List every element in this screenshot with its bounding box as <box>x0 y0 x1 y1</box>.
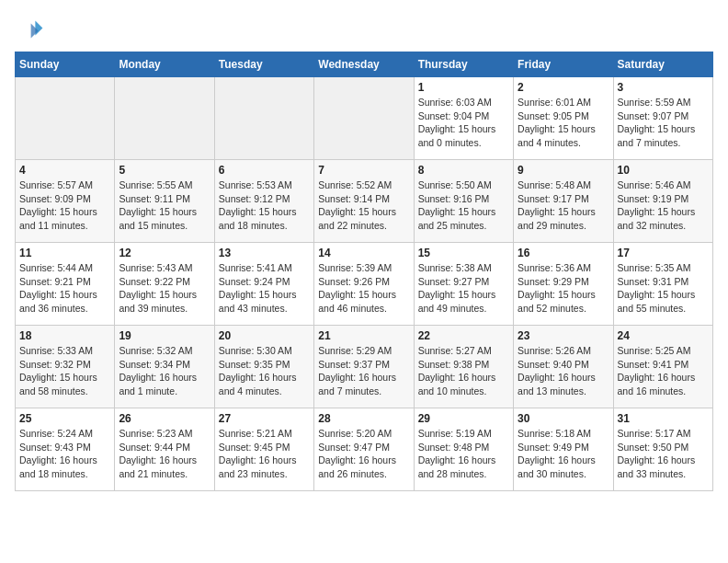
day-info: Sunrise: 5:21 AM Sunset: 9:45 PM Dayligh… <box>219 427 310 481</box>
day-info: Sunrise: 5:33 AM Sunset: 9:32 PM Dayligh… <box>19 344 110 398</box>
calendar-cell: 19Sunrise: 5:32 AM Sunset: 9:34 PM Dayli… <box>115 326 214 408</box>
day-number: 1 <box>418 81 509 94</box>
day-header-wednesday: Wednesday <box>314 52 414 77</box>
calendar-cell: 4Sunrise: 5:57 AM Sunset: 9:09 PM Daylig… <box>16 160 115 243</box>
day-info: Sunrise: 5:27 AM Sunset: 9:38 PM Dayligh… <box>418 344 509 398</box>
day-number: 16 <box>518 247 609 259</box>
calendar-cell: 7Sunrise: 5:52 AM Sunset: 9:14 PM Daylig… <box>314 160 414 243</box>
day-number: 10 <box>618 164 709 177</box>
day-number: 25 <box>19 412 110 425</box>
day-number: 18 <box>19 329 110 342</box>
day-number: 8 <box>418 164 509 177</box>
calendar-table: SundayMondayTuesdayWednesdayThursdayFrid… <box>15 52 713 491</box>
day-header-tuesday: Tuesday <box>214 52 313 77</box>
day-number: 24 <box>618 329 709 342</box>
calendar-cell: 12Sunrise: 5:43 AM Sunset: 9:22 PM Dayli… <box>115 243 214 326</box>
calendar-cell: 16Sunrise: 5:36 AM Sunset: 9:29 PM Dayli… <box>514 243 613 326</box>
day-number: 30 <box>518 412 609 425</box>
day-number: 27 <box>219 412 310 425</box>
day-info: Sunrise: 5:24 AM Sunset: 9:43 PM Dayligh… <box>19 427 110 481</box>
calendar-body: 1Sunrise: 6:03 AM Sunset: 9:04 PM Daylig… <box>16 77 713 491</box>
day-number: 3 <box>618 81 709 94</box>
day-number: 20 <box>219 329 310 342</box>
calendar-cell: 3Sunrise: 5:59 AM Sunset: 9:07 PM Daylig… <box>613 77 712 160</box>
day-info: Sunrise: 5:19 AM Sunset: 9:48 PM Dayligh… <box>418 427 509 481</box>
day-info: Sunrise: 5:59 AM Sunset: 9:07 PM Dayligh… <box>618 96 709 150</box>
calendar-cell: 25Sunrise: 5:24 AM Sunset: 9:43 PM Dayli… <box>16 408 115 491</box>
day-number: 23 <box>518 329 609 342</box>
calendar-cell: 17Sunrise: 5:35 AM Sunset: 9:31 PM Dayli… <box>613 243 712 326</box>
day-number: 29 <box>418 412 509 425</box>
day-number: 26 <box>119 412 210 425</box>
day-info: Sunrise: 5:43 AM Sunset: 9:22 PM Dayligh… <box>119 261 210 316</box>
day-info: Sunrise: 5:26 AM Sunset: 9:40 PM Dayligh… <box>518 344 609 398</box>
day-info: Sunrise: 5:23 AM Sunset: 9:44 PM Dayligh… <box>119 427 210 481</box>
calendar-header: SundayMondayTuesdayWednesdayThursdayFrid… <box>16 52 713 77</box>
calendar-cell: 26Sunrise: 5:23 AM Sunset: 9:44 PM Dayli… <box>115 408 214 491</box>
day-number: 14 <box>318 247 409 259</box>
calendar-cell: 13Sunrise: 5:41 AM Sunset: 9:24 PM Dayli… <box>214 243 313 326</box>
day-number: 17 <box>618 247 709 259</box>
day-info: Sunrise: 5:48 AM Sunset: 9:17 PM Dayligh… <box>518 178 609 233</box>
day-number: 31 <box>618 412 709 425</box>
calendar-cell: 22Sunrise: 5:27 AM Sunset: 9:38 PM Dayli… <box>414 326 513 408</box>
day-info: Sunrise: 5:18 AM Sunset: 9:49 PM Dayligh… <box>518 427 609 481</box>
day-info: Sunrise: 5:46 AM Sunset: 9:19 PM Dayligh… <box>618 178 709 233</box>
calendar-cell: 28Sunrise: 5:20 AM Sunset: 9:47 PM Dayli… <box>314 408 414 491</box>
calendar-cell: 10Sunrise: 5:46 AM Sunset: 9:19 PM Dayli… <box>613 160 712 243</box>
day-number: 7 <box>318 164 409 177</box>
week-row-2: 4Sunrise: 5:57 AM Sunset: 9:09 PM Daylig… <box>16 160 713 243</box>
calendar-cell <box>16 77 115 160</box>
day-number: 9 <box>518 164 609 177</box>
header-row: SundayMondayTuesdayWednesdayThursdayFrid… <box>16 52 713 77</box>
calendar-cell <box>314 77 414 160</box>
calendar-cell: 20Sunrise: 5:30 AM Sunset: 9:35 PM Dayli… <box>214 326 313 408</box>
day-number: 5 <box>119 164 210 177</box>
day-number: 15 <box>418 247 509 259</box>
calendar-cell <box>214 77 313 160</box>
calendar-cell: 27Sunrise: 5:21 AM Sunset: 9:45 PM Dayli… <box>214 408 313 491</box>
day-info: Sunrise: 5:17 AM Sunset: 9:50 PM Dayligh… <box>618 427 709 481</box>
day-info: Sunrise: 5:32 AM Sunset: 9:34 PM Dayligh… <box>119 344 210 398</box>
page-header <box>15 15 713 44</box>
day-header-sunday: Sunday <box>16 52 115 77</box>
calendar-cell: 21Sunrise: 5:29 AM Sunset: 9:37 PM Dayli… <box>314 326 414 408</box>
day-number: 4 <box>19 164 110 177</box>
calendar-cell: 14Sunrise: 5:39 AM Sunset: 9:26 PM Dayli… <box>314 243 414 326</box>
logo-icon <box>15 15 44 44</box>
day-info: Sunrise: 5:55 AM Sunset: 9:11 PM Dayligh… <box>119 178 210 233</box>
day-number: 13 <box>219 247 310 259</box>
week-row-1: 1Sunrise: 6:03 AM Sunset: 9:04 PM Daylig… <box>16 77 713 160</box>
calendar-cell: 8Sunrise: 5:50 AM Sunset: 9:16 PM Daylig… <box>414 160 513 243</box>
day-info: Sunrise: 5:25 AM Sunset: 9:41 PM Dayligh… <box>618 344 709 398</box>
calendar-cell: 31Sunrise: 5:17 AM Sunset: 9:50 PM Dayli… <box>613 408 712 491</box>
day-info: Sunrise: 5:41 AM Sunset: 9:24 PM Dayligh… <box>219 261 310 316</box>
day-info: Sunrise: 5:52 AM Sunset: 9:14 PM Dayligh… <box>318 178 409 233</box>
calendar-cell: 18Sunrise: 5:33 AM Sunset: 9:32 PM Dayli… <box>16 326 115 408</box>
day-info: Sunrise: 5:29 AM Sunset: 9:37 PM Dayligh… <box>318 344 409 398</box>
calendar-cell: 23Sunrise: 5:26 AM Sunset: 9:40 PM Dayli… <box>514 326 613 408</box>
day-number: 12 <box>119 247 210 259</box>
day-header-friday: Friday <box>514 52 613 77</box>
calendar-cell <box>115 77 214 160</box>
day-info: Sunrise: 5:36 AM Sunset: 9:29 PM Dayligh… <box>518 261 609 316</box>
calendar-cell: 1Sunrise: 6:03 AM Sunset: 9:04 PM Daylig… <box>414 77 513 160</box>
week-row-3: 11Sunrise: 5:44 AM Sunset: 9:21 PM Dayli… <box>16 243 713 326</box>
day-header-monday: Monday <box>115 52 214 77</box>
svg-marker-0 <box>35 20 42 35</box>
logo <box>15 15 48 44</box>
day-info: Sunrise: 5:39 AM Sunset: 9:26 PM Dayligh… <box>318 261 409 316</box>
day-info: Sunrise: 5:50 AM Sunset: 9:16 PM Dayligh… <box>418 178 509 233</box>
day-info: Sunrise: 5:35 AM Sunset: 9:31 PM Dayligh… <box>618 261 709 316</box>
calendar-cell: 2Sunrise: 6:01 AM Sunset: 9:05 PM Daylig… <box>514 77 613 160</box>
day-info: Sunrise: 5:57 AM Sunset: 9:09 PM Dayligh… <box>19 178 110 233</box>
calendar-cell: 11Sunrise: 5:44 AM Sunset: 9:21 PM Dayli… <box>16 243 115 326</box>
calendar-cell: 5Sunrise: 5:55 AM Sunset: 9:11 PM Daylig… <box>115 160 214 243</box>
day-number: 21 <box>318 329 409 342</box>
calendar-cell: 9Sunrise: 5:48 AM Sunset: 9:17 PM Daylig… <box>514 160 613 243</box>
day-number: 22 <box>418 329 509 342</box>
day-info: Sunrise: 6:01 AM Sunset: 9:05 PM Dayligh… <box>518 96 609 150</box>
calendar-cell: 15Sunrise: 5:38 AM Sunset: 9:27 PM Dayli… <box>414 243 513 326</box>
day-info: Sunrise: 5:44 AM Sunset: 9:21 PM Dayligh… <box>19 261 110 316</box>
week-row-4: 18Sunrise: 5:33 AM Sunset: 9:32 PM Dayli… <box>16 326 713 408</box>
